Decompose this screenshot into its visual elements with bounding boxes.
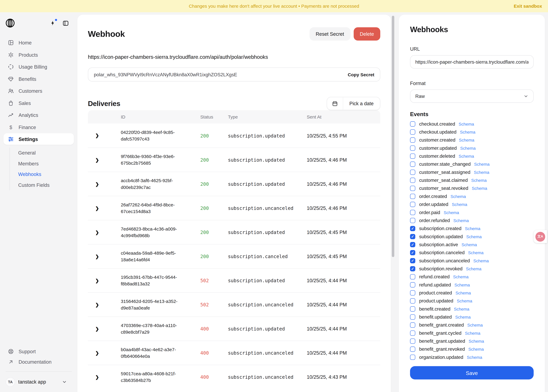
table-row[interactable]: ❯ 4703369e-c378-40a4-a110- c89e8cbf7a29 … xyxy=(88,316,380,341)
schema-link[interactable]: Schema xyxy=(465,226,480,231)
chevron-right-icon[interactable]: ❯ xyxy=(88,205,99,211)
save-button[interactable]: Save xyxy=(410,366,534,379)
event-checkbox[interactable] xyxy=(410,266,415,271)
chevron-right-icon[interactable]: ❯ xyxy=(88,230,99,235)
event-checkbox[interactable] xyxy=(410,170,415,175)
table-row[interactable]: ❯ 04220f20-d839-4eef-9c85- dafc57097c43 … xyxy=(88,124,380,147)
event-checkbox[interactable] xyxy=(410,322,415,328)
account-switcher[interactable]: TA tanstack app xyxy=(0,375,78,389)
event-checkbox[interactable] xyxy=(410,121,415,127)
event-checkbox[interactable] xyxy=(410,282,415,287)
translate-badge[interactable]: 文A xyxy=(534,230,547,243)
schema-link[interactable]: Schema xyxy=(474,162,490,167)
event-checkbox[interactable] xyxy=(410,154,415,159)
sidebar-item-custom-fields[interactable]: Custom Fields xyxy=(10,180,78,190)
sidebar-item-products[interactable]: Products xyxy=(0,49,78,61)
url-input[interactable]: https://icon-paper-chambers-sierra.trycl… xyxy=(410,55,534,69)
schema-link[interactable]: Schema xyxy=(453,218,469,223)
table-row[interactable]: ❯ 9f766b3e-9360-4f3e-93e6- 675bc2b75685 … xyxy=(88,147,380,172)
table-row[interactable]: ❯ c04eaada-59a8-489e-9ef5- 18a6e14a6fd4 … xyxy=(88,244,380,268)
table-row[interactable]: ❯ accb4c8f-3af6-4625-92bf- d00eb239c7ac … xyxy=(88,172,380,196)
table-row[interactable]: ❯ 59017cea-a80a-4608-b21f- c3b63584b27b … xyxy=(88,365,380,389)
event-checkbox[interactable] xyxy=(410,242,415,247)
chevron-right-icon[interactable]: ❯ xyxy=(88,326,99,331)
schema-link[interactable]: Schema xyxy=(453,274,469,279)
schema-link[interactable]: Schema xyxy=(455,290,471,295)
sidebar-toggle-icon[interactable] xyxy=(62,20,69,26)
event-checkbox[interactable] xyxy=(410,226,415,231)
event-checkbox[interactable] xyxy=(410,210,415,215)
event-checkbox[interactable] xyxy=(410,218,415,223)
chevron-right-icon[interactable]: ❯ xyxy=(88,157,99,162)
exit-sandbox-link[interactable]: Exit sandbox xyxy=(514,3,542,9)
chevron-right-icon[interactable]: ❯ xyxy=(88,350,99,356)
schema-link[interactable]: Schema xyxy=(471,178,487,182)
schema-link[interactable]: Schema xyxy=(457,299,472,303)
schema-link[interactable]: Schema xyxy=(474,170,489,175)
sidebar-item-sales[interactable]: Sales xyxy=(0,97,78,109)
chevron-right-icon[interactable]: ❯ xyxy=(88,254,99,259)
schema-link[interactable]: Schema xyxy=(450,194,466,199)
event-checkbox[interactable] xyxy=(410,306,415,312)
schema-link[interactable]: Schema xyxy=(455,315,471,319)
event-checkbox[interactable] xyxy=(410,178,415,183)
copy-secret-button[interactable]: Copy Secret xyxy=(348,72,374,77)
schema-link[interactable]: Schema xyxy=(466,266,481,271)
event-checkbox[interactable] xyxy=(410,146,415,151)
sidebar-item-home[interactable]: Home xyxy=(0,37,78,49)
format-select[interactable]: Raw xyxy=(410,90,534,103)
sidebar-item-analytics[interactable]: Analytics xyxy=(0,109,78,121)
event-checkbox[interactable] xyxy=(410,202,415,207)
event-checkbox[interactable] xyxy=(410,129,415,135)
schema-link[interactable]: Schema xyxy=(452,202,467,207)
schema-link[interactable]: Schema xyxy=(460,130,475,134)
lightning-icon[interactable] xyxy=(50,20,56,26)
sidebar-item-settings[interactable]: Settings xyxy=(3,133,74,145)
schema-link[interactable]: Schema xyxy=(459,154,474,158)
sidebar-item-documentation[interactable]: Documentation xyxy=(0,357,78,367)
table-row[interactable]: ❯ 26af7262-64bd-4f9d-8bce- 67cec154d8a3 … xyxy=(88,196,380,220)
event-checkbox[interactable] xyxy=(410,274,415,279)
table-row[interactable]: ❯ 195cb391-67bb-447c-9544- f8b8ad813a32 … xyxy=(88,268,380,292)
sidebar-item-webhooks[interactable]: Webhooks xyxy=(10,169,78,180)
event-checkbox[interactable] xyxy=(410,186,415,191)
sidebar-item-general[interactable]: General xyxy=(10,147,78,158)
chevron-right-icon[interactable]: ❯ xyxy=(88,278,99,283)
event-checkbox[interactable] xyxy=(410,347,415,352)
event-checkbox[interactable] xyxy=(410,138,415,143)
event-checkbox[interactable] xyxy=(410,234,415,239)
sidebar-item-usage-billing[interactable]: Usage Billing xyxy=(0,61,78,73)
table-row[interactable]: ❯ 7ed46823-8bca-4c36-a009- 4c994fbd968b … xyxy=(88,220,380,244)
schema-link[interactable]: Schema xyxy=(467,355,482,360)
reset-secret-button[interactable]: Reset Secret xyxy=(309,27,350,41)
schema-link[interactable]: Schema xyxy=(473,258,489,263)
schema-link[interactable]: Schema xyxy=(466,234,482,239)
event-checkbox[interactable] xyxy=(410,330,415,336)
chevron-right-icon[interactable]: ❯ xyxy=(88,302,99,307)
event-checkbox[interactable] xyxy=(410,314,415,320)
event-checkbox[interactable] xyxy=(410,298,415,304)
event-checkbox[interactable] xyxy=(410,355,415,360)
event-checkbox[interactable] xyxy=(410,162,415,167)
sidebar-item-finance[interactable]: $ Finance xyxy=(0,121,78,133)
schema-link[interactable]: Schema xyxy=(454,282,470,287)
schema-link[interactable]: Schema xyxy=(460,146,476,150)
schema-link[interactable]: Schema xyxy=(469,347,484,352)
schema-link[interactable]: Schema xyxy=(459,138,474,142)
chevron-right-icon[interactable]: ❯ xyxy=(88,181,99,187)
schema-link[interactable]: Schema xyxy=(468,250,483,255)
schema-link[interactable]: Schema xyxy=(467,323,483,328)
pick-a-date-button[interactable]: Pick a date xyxy=(326,97,380,110)
schema-link[interactable]: Schema xyxy=(459,121,474,126)
sidebar-item-benefits[interactable]: Benefits xyxy=(0,73,78,85)
schema-link[interactable]: Schema xyxy=(472,186,487,191)
schema-link[interactable]: Schema xyxy=(454,307,469,311)
event-checkbox[interactable] xyxy=(410,338,415,344)
schema-link[interactable]: Schema xyxy=(469,339,484,343)
scrollbar-thumb[interactable] xyxy=(392,16,394,257)
event-checkbox[interactable] xyxy=(410,194,415,199)
event-checkbox[interactable] xyxy=(410,258,415,263)
delete-button[interactable]: Delete xyxy=(353,27,380,41)
sidebar-item-support[interactable]: Support xyxy=(0,346,78,357)
table-row[interactable]: ❯ 3156462d-6205-4e13-a352- d9e87aa0eafe … xyxy=(88,292,380,316)
